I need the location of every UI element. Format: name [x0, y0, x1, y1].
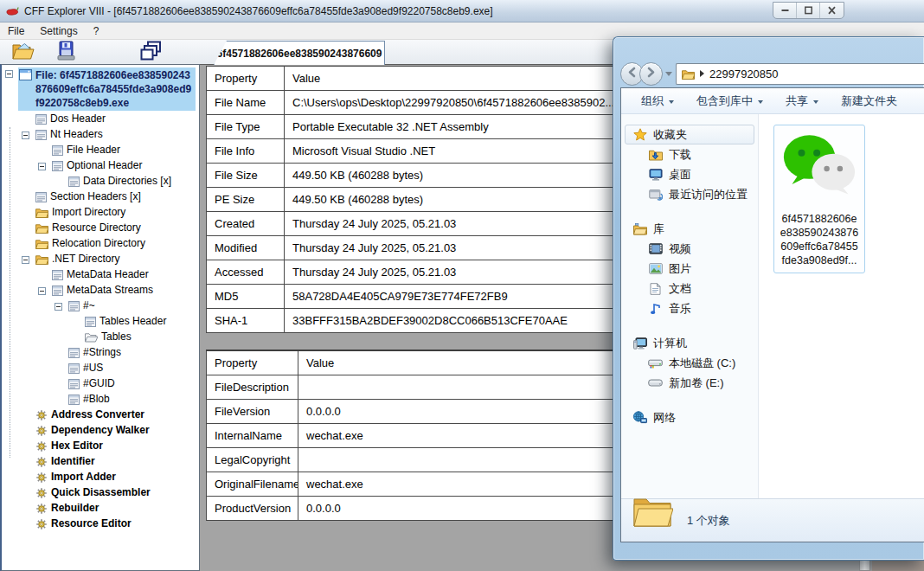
- save-button[interactable]: [52, 41, 80, 63]
- gear-icon: [35, 503, 48, 515]
- sidebar-item-音乐[interactable]: 音乐: [625, 298, 754, 318]
- collapse-toggle-icon[interactable]: [55, 303, 62, 311]
- details-icon: [68, 395, 80, 405]
- tree-item-net-directory[interactable]: .NET Directory: [2, 251, 199, 266]
- menu-file[interactable]: File: [0, 22, 32, 39]
- file-name-line: e838590243876: [776, 226, 863, 240]
- document-tab[interactable]: 6f4571882606ee838590243876609: [214, 41, 385, 65]
- explorer-address-row: 22997920850: [620, 60, 924, 87]
- recent-pages-chevron-icon[interactable]: [665, 72, 672, 76]
- maximize-button[interactable]: [797, 3, 820, 18]
- menu-settings[interactable]: Settings: [32, 22, 85, 39]
- tree-item-file[interactable]: File: 6f4571882606ee838590243876609effc6…: [2, 67, 199, 111]
- tree-item-relocation-directory[interactable]: Relocation Directory: [2, 235, 199, 251]
- tree-item-item[interactable]: #~: [2, 298, 199, 313]
- tree-item-data-directories-x[interactable]: Data Directories [x]: [2, 173, 199, 189]
- toolbar-新建文件夹-button[interactable]: 新建文件夹: [830, 92, 908, 111]
- sidebar-item-label: 收藏夹: [653, 127, 687, 143]
- sidebar-item-label: 计算机: [653, 336, 687, 351]
- toolbar-共享-button[interactable]: 共享: [774, 92, 830, 111]
- minimize-button[interactable]: [773, 3, 797, 18]
- tree-item-label: Optional Header: [67, 158, 142, 172]
- tree-item-metadata-streams[interactable]: MetaData Streams: [2, 282, 199, 298]
- tree-item-metadata-header[interactable]: MetaData Header: [2, 266, 199, 282]
- tree-item-tables-header[interactable]: Tables Header: [2, 313, 199, 329]
- sidebar-item-视频[interactable]: 视频: [625, 239, 754, 259]
- tree-item-label: Import Directory: [52, 205, 125, 219]
- tree-item-quick-disassembler[interactable]: Quick Disassembler: [2, 484, 199, 500]
- tree-item-strings[interactable]: #Strings: [2, 344, 199, 360]
- window-controls: [773, 2, 844, 19]
- tree-item-address-converter[interactable]: Address Converter: [2, 407, 199, 422]
- tree-item-import-directory[interactable]: Import Directory: [2, 204, 199, 220]
- file-name-line: 6f4571882606e: [776, 212, 863, 226]
- tree-item-hex-editor[interactable]: Hex Editor: [2, 438, 199, 453]
- forward-button[interactable]: [639, 62, 663, 86]
- close-button[interactable]: [820, 3, 844, 18]
- tree-item-nt-headers[interactable]: Nt Headers: [2, 126, 199, 142]
- toolbar-包含到库中-button[interactable]: 包含到库中: [685, 92, 774, 111]
- collapse-toggle-icon[interactable]: [22, 256, 29, 264]
- tree-item-blob[interactable]: #Blob: [2, 391, 199, 407]
- save-icon: [56, 41, 76, 63]
- breadcrumb[interactable]: 22997920850: [709, 67, 779, 80]
- collapse-toggle-icon[interactable]: [5, 70, 13, 78]
- tree-item-label: File Header: [67, 143, 120, 157]
- music-icon: [648, 303, 663, 315]
- sidebar-item-新加卷-e[interactable]: 新加卷 (E:): [625, 373, 754, 393]
- sidebar-item-桌面[interactable]: 桌面: [625, 164, 754, 184]
- sidebar-item-计算机[interactable]: 计算机: [625, 333, 754, 353]
- tree-item-guid[interactable]: #GUID: [2, 375, 199, 391]
- tree-item-dependency-walker[interactable]: Dependency Walker: [2, 422, 199, 438]
- tree-item-file-header[interactable]: File Header: [2, 142, 199, 157]
- tree-item-identifier[interactable]: Identifier: [2, 453, 199, 469]
- tree-item-label: Nt Headers: [50, 127, 103, 141]
- chevron-down-icon: [758, 100, 763, 104]
- sidebar-item-收藏夹[interactable]: 收藏夹: [625, 125, 754, 144]
- toolbar-组织-button[interactable]: 组织: [630, 92, 685, 111]
- collapse-toggle-icon[interactable]: [38, 287, 46, 295]
- forward-arrow-icon: [645, 66, 657, 81]
- sidebar-item-label: 网络: [653, 410, 676, 426]
- tree-item-label: Address Converter: [51, 407, 144, 421]
- menu-item[interactable]: ?: [86, 22, 107, 39]
- toolbar-button-label: 共享: [786, 93, 808, 109]
- navigation-pane[interactable]: 收藏夹下载桌面最近访问的位置库视频图片文档音乐计算机本地磁盘 (C:)新加卷 (…: [621, 114, 758, 498]
- disk-windows-icon: [648, 357, 663, 369]
- property-cell: Accessed: [207, 260, 285, 285]
- address-bar[interactable]: 22997920850: [676, 63, 924, 85]
- tree-item-us[interactable]: #US: [2, 360, 199, 375]
- tree-item-tables[interactable]: Tables: [2, 329, 199, 344]
- open-button[interactable]: [9, 41, 36, 63]
- file-item-wechat-exe[interactable]: 6f4571882606ee838590243876609effc6a78455…: [773, 125, 865, 273]
- sidebar-item-label: 本地磁盘 (C:): [669, 356, 735, 371]
- tree-item-rebuilder[interactable]: Rebuilder: [2, 500, 199, 516]
- tree-item-dos-header[interactable]: Dos Header: [2, 111, 199, 126]
- explorer-window: 22997920850 组织包含到库中共享新建文件夹 收藏夹下载桌面最近访问的位…: [613, 36, 924, 561]
- tree-item-resource-directory[interactable]: Resource Directory: [2, 220, 199, 235]
- tree-item-resource-editor[interactable]: Resource Editor: [2, 516, 199, 531]
- cff-tree-panel[interactable]: File: 6f4571882606ee838590243876609effc6…: [0, 64, 200, 571]
- files-area[interactable]: 6f4571882606ee838590243876609effc6a78455…: [759, 114, 924, 498]
- folder-open-icon: [85, 332, 98, 343]
- sidebar-item-下载[interactable]: 下载: [625, 144, 754, 164]
- tree-item-label: .NET Directory: [52, 252, 119, 266]
- download-icon: [648, 149, 663, 161]
- sidebar-item-最近访问的位置[interactable]: 最近访问的位置: [625, 184, 754, 204]
- sidebar-item-库[interactable]: 库: [625, 219, 754, 239]
- property-cell: ProductVersion: [207, 496, 298, 520]
- pictures-icon: [648, 263, 663, 274]
- sidebar-item-网络[interactable]: 网络: [625, 407, 754, 427]
- property-cell: File Type: [207, 115, 285, 139]
- sidebar-item-图片[interactable]: 图片: [625, 259, 754, 279]
- tree-item-import-adder[interactable]: Import Adder: [2, 469, 199, 484]
- collapse-toggle-icon[interactable]: [22, 132, 29, 139]
- sidebar-item-本地磁盘-c[interactable]: 本地磁盘 (C:): [625, 353, 754, 373]
- tree-item-label: Dependency Walker: [51, 423, 150, 437]
- collapse-toggle-icon[interactable]: [38, 163, 46, 170]
- tree-item-optional-header[interactable]: Optional Header: [2, 157, 199, 173]
- cascade-windows-button[interactable]: [137, 41, 164, 63]
- tree-item-section-headers-x[interactable]: Section Headers [x]: [2, 189, 199, 204]
- breadcrumb-arrow-icon[interactable]: [700, 70, 704, 77]
- sidebar-item-文档[interactable]: 文档: [625, 279, 754, 298]
